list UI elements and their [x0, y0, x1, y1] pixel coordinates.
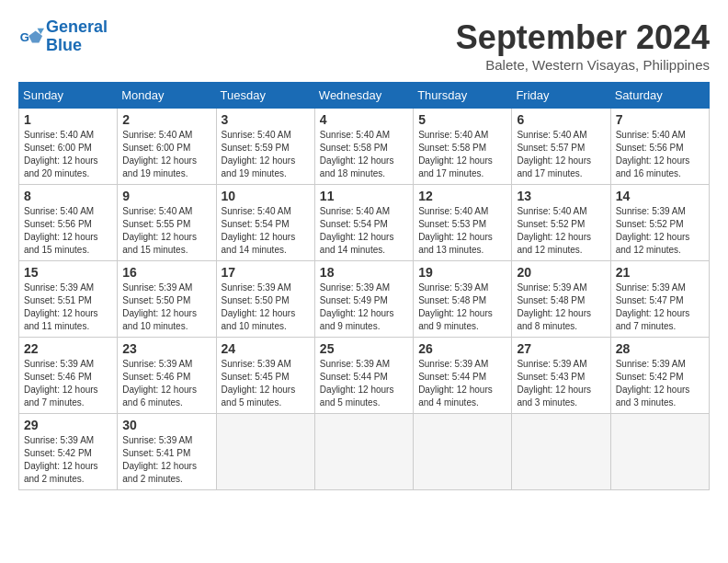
day-info: Sunrise: 5:39 AMSunset: 5:46 PMDaylight:… — [24, 359, 98, 408]
calendar-week: 15Sunrise: 5:39 AMSunset: 5:51 PMDayligh… — [19, 261, 710, 338]
calendar-day: 20Sunrise: 5:39 AMSunset: 5:48 PMDayligh… — [512, 261, 610, 338]
calendar-day: 13Sunrise: 5:40 AMSunset: 5:52 PMDayligh… — [512, 185, 610, 261]
calendar-day: 18Sunrise: 5:39 AMSunset: 5:49 PMDayligh… — [314, 261, 413, 338]
calendar-day: 4Sunrise: 5:40 AMSunset: 5:58 PMDaylight… — [314, 109, 413, 185]
day-info: Sunrise: 5:40 AMSunset: 5:59 PMDaylight:… — [222, 130, 296, 178]
day-number: 6 — [517, 112, 605, 127]
calendar-day — [610, 414, 709, 490]
day-of-week-header: Monday — [118, 83, 216, 109]
day-number: 8 — [24, 189, 112, 203]
calendar-day: 16Sunrise: 5:39 AMSunset: 5:50 PMDayligh… — [118, 261, 216, 338]
day-info: Sunrise: 5:39 AMSunset: 5:43 PMDaylight:… — [517, 359, 591, 408]
day-info: Sunrise: 5:39 AMSunset: 5:41 PMDaylight:… — [122, 435, 197, 484]
calendar-day: 21Sunrise: 5:39 AMSunset: 5:47 PMDayligh… — [610, 261, 709, 338]
day-info: Sunrise: 5:39 AMSunset: 5:42 PMDaylight:… — [24, 435, 98, 484]
calendar-day: 24Sunrise: 5:39 AMSunset: 5:45 PMDayligh… — [216, 338, 314, 414]
logo-general: General — [46, 17, 108, 36]
day-number: 22 — [24, 341, 112, 356]
day-number: 9 — [122, 189, 210, 203]
day-info: Sunrise: 5:39 AMSunset: 5:48 PMDaylight:… — [418, 282, 493, 331]
day-number: 16 — [122, 265, 210, 280]
day-number: 13 — [517, 189, 605, 203]
calendar-day: 17Sunrise: 5:39 AMSunset: 5:50 PMDayligh… — [216, 261, 314, 338]
day-info: Sunrise: 5:40 AMSunset: 6:00 PMDaylight:… — [122, 130, 197, 178]
logo-icon: G — [18, 24, 44, 50]
day-info: Sunrise: 5:39 AMSunset: 5:52 PMDaylight:… — [616, 206, 690, 255]
day-number: 11 — [320, 189, 408, 203]
calendar-day: 25Sunrise: 5:39 AMSunset: 5:44 PMDayligh… — [314, 338, 413, 414]
day-info: Sunrise: 5:39 AMSunset: 5:51 PMDaylight:… — [24, 282, 98, 331]
calendar-day: 6Sunrise: 5:40 AMSunset: 5:57 PMDaylight… — [512, 109, 610, 185]
day-of-week-header: Thursday — [414, 83, 512, 109]
days-of-week-row: SundayMondayTuesdayWednesdayThursdayFrid… — [19, 83, 710, 109]
day-info: Sunrise: 5:39 AMSunset: 5:50 PMDaylight:… — [222, 282, 296, 331]
day-info: Sunrise: 5:39 AMSunset: 5:44 PMDaylight:… — [320, 359, 394, 408]
calendar-day: 27Sunrise: 5:39 AMSunset: 5:43 PMDayligh… — [512, 338, 610, 414]
day-of-week-header: Tuesday — [216, 83, 314, 109]
location-subtitle: Balete, Western Visayas, Philippines — [456, 57, 710, 73]
calendar-day: 26Sunrise: 5:39 AMSunset: 5:44 PMDayligh… — [414, 338, 512, 414]
day-info: Sunrise: 5:40 AMSunset: 5:54 PMDaylight:… — [222, 206, 296, 255]
calendar-day: 23Sunrise: 5:39 AMSunset: 5:46 PMDayligh… — [118, 338, 216, 414]
day-number: 19 — [418, 265, 506, 280]
day-number: 25 — [320, 341, 408, 356]
day-info: Sunrise: 5:39 AMSunset: 5:47 PMDaylight:… — [616, 282, 690, 331]
day-number: 10 — [222, 189, 310, 203]
day-number: 26 — [418, 341, 506, 356]
day-of-week-header: Sunday — [19, 83, 118, 109]
day-info: Sunrise: 5:39 AMSunset: 5:42 PMDaylight:… — [616, 359, 690, 408]
day-info: Sunrise: 5:39 AMSunset: 5:48 PMDaylight:… — [517, 282, 591, 331]
day-number: 7 — [616, 112, 704, 127]
day-of-week-header: Saturday — [610, 83, 709, 109]
day-number: 27 — [517, 341, 605, 356]
day-number: 23 — [122, 341, 210, 356]
day-number: 4 — [320, 112, 408, 127]
day-info: Sunrise: 5:40 AMSunset: 5:56 PMDaylight:… — [616, 130, 690, 178]
day-info: Sunrise: 5:40 AMSunset: 5:52 PMDaylight:… — [517, 206, 591, 255]
day-info: Sunrise: 5:39 AMSunset: 5:44 PMDaylight:… — [418, 359, 493, 408]
day-info: Sunrise: 5:39 AMSunset: 5:49 PMDaylight:… — [320, 282, 394, 331]
calendar-day: 19Sunrise: 5:39 AMSunset: 5:48 PMDayligh… — [414, 261, 512, 338]
calendar-day: 8Sunrise: 5:40 AMSunset: 5:56 PMDaylight… — [19, 185, 118, 261]
day-number: 29 — [24, 418, 112, 432]
calendar-day: 15Sunrise: 5:39 AMSunset: 5:51 PMDayligh… — [19, 261, 118, 338]
day-info: Sunrise: 5:40 AMSunset: 5:53 PMDaylight:… — [418, 206, 493, 255]
calendar-day: 1Sunrise: 5:40 AMSunset: 6:00 PMDaylight… — [19, 109, 118, 185]
calendar-day: 10Sunrise: 5:40 AMSunset: 5:54 PMDayligh… — [216, 185, 314, 261]
calendar-day: 30Sunrise: 5:39 AMSunset: 5:41 PMDayligh… — [118, 414, 216, 490]
day-number: 17 — [222, 265, 310, 280]
day-info: Sunrise: 5:40 AMSunset: 5:55 PMDaylight:… — [122, 206, 197, 255]
calendar-day — [512, 414, 610, 490]
calendar-day: 28Sunrise: 5:39 AMSunset: 5:42 PMDayligh… — [610, 338, 709, 414]
svg-text:G: G — [20, 29, 29, 43]
day-number: 20 — [517, 265, 605, 280]
day-number: 3 — [222, 112, 310, 127]
day-info: Sunrise: 5:40 AMSunset: 6:00 PMDaylight:… — [24, 130, 98, 178]
day-info: Sunrise: 5:39 AMSunset: 5:46 PMDaylight:… — [122, 359, 197, 408]
calendar-day: 29Sunrise: 5:39 AMSunset: 5:42 PMDayligh… — [19, 414, 118, 490]
month-title: September 2024 — [456, 18, 710, 57]
calendar-table: SundayMondayTuesdayWednesdayThursdayFrid… — [18, 82, 710, 490]
calendar-day: 7Sunrise: 5:40 AMSunset: 5:56 PMDaylight… — [610, 109, 709, 185]
calendar-header: SundayMondayTuesdayWednesdayThursdayFrid… — [19, 83, 710, 109]
calendar-day: 12Sunrise: 5:40 AMSunset: 5:53 PMDayligh… — [414, 185, 512, 261]
calendar-day — [216, 414, 314, 490]
calendar-day: 5Sunrise: 5:40 AMSunset: 5:58 PMDaylight… — [414, 109, 512, 185]
day-number: 5 — [418, 112, 506, 127]
day-number: 18 — [320, 265, 408, 280]
day-info: Sunrise: 5:40 AMSunset: 5:56 PMDaylight:… — [24, 206, 98, 255]
day-number: 15 — [24, 265, 112, 280]
logo: G General Blue — [18, 18, 108, 55]
calendar-day: 2Sunrise: 5:40 AMSunset: 6:00 PMDaylight… — [118, 109, 216, 185]
logo-blue: Blue — [46, 36, 82, 54]
calendar-day: 22Sunrise: 5:39 AMSunset: 5:46 PMDayligh… — [19, 338, 118, 414]
day-number: 24 — [222, 341, 310, 356]
calendar-week: 22Sunrise: 5:39 AMSunset: 5:46 PMDayligh… — [19, 338, 710, 414]
calendar-day: 14Sunrise: 5:39 AMSunset: 5:52 PMDayligh… — [610, 185, 709, 261]
day-info: Sunrise: 5:40 AMSunset: 5:57 PMDaylight:… — [517, 130, 591, 178]
day-info: Sunrise: 5:40 AMSunset: 5:58 PMDaylight:… — [320, 130, 394, 178]
day-number: 1 — [24, 112, 112, 127]
day-number: 28 — [616, 341, 704, 356]
day-info: Sunrise: 5:40 AMSunset: 5:54 PMDaylight:… — [320, 206, 394, 255]
day-number: 21 — [616, 265, 704, 280]
